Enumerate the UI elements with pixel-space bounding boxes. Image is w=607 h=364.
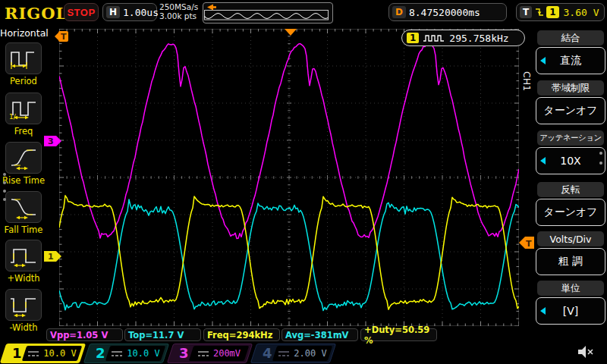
measurement-text: +Duty=50.59 % <box>364 325 436 346</box>
dc-coupling-icon <box>278 350 290 357</box>
minus-width-icon <box>5 289 42 321</box>
memory-waveform-icon <box>203 3 331 21</box>
rigol-logo: RIGOL <box>5 4 68 23</box>
trigger-level-value: 3.60 V <box>564 7 599 18</box>
svg-text:1/: 1/ <box>9 113 17 121</box>
trigger-box[interactable]: T 1 3.60 V <box>516 3 605 21</box>
coupling-label: 結合 <box>537 30 604 46</box>
run-state-button[interactable]: STOP <box>64 3 99 21</box>
dc-coupling-icon <box>197 350 209 357</box>
measurement-avg[interactable]: Avg=-381mV <box>281 328 358 341</box>
measurement-freq[interactable]: Freq=294kHz <box>203 328 280 341</box>
freq-icon: 1/ <box>5 93 42 124</box>
left-arrow-icon <box>540 157 546 165</box>
menu-item-minus-width[interactable]: -Width <box>0 289 47 333</box>
left-arrow-icon <box>540 57 546 64</box>
channel-4-status[interactable]: 4 2.00 V <box>253 344 333 363</box>
counter-value: 295.758kHz <box>449 33 508 44</box>
rise-time-icon <box>5 142 42 174</box>
ch3-ground-marker: 3 <box>44 135 61 147</box>
attenuation-value: 10X <box>560 155 580 167</box>
svg-text:1: 1 <box>48 252 54 262</box>
svg-text:3: 3 <box>48 136 54 146</box>
measurement-text: Top=11.7 V <box>128 330 184 340</box>
menu-item-label: +Width <box>0 273 47 284</box>
channel-scale: 2.00 V <box>294 348 326 359</box>
unit-label: 単位 <box>537 281 604 296</box>
attenuation-button[interactable]: 10X <box>536 147 605 174</box>
svg-text:T: T <box>61 32 67 42</box>
measurement-top[interactable]: Top=11.7 V <box>124 328 201 341</box>
dc-coupling-icon <box>27 350 39 357</box>
menu-group-coupling: 結合 直流 <box>535 30 607 77</box>
unit-button[interactable]: [V] <box>536 297 605 325</box>
memory-waveform-strip[interactable] <box>203 2 333 24</box>
menu-group-volts-div: Volts/Div 粗 調 <box>535 231 607 278</box>
menu-item-period[interactable]: Period <box>0 42 47 86</box>
channel-2-status[interactable]: 2 10.0 V <box>86 344 166 363</box>
volts-div-label: Volts/Div <box>537 231 604 246</box>
svg-text:T: T <box>526 239 532 249</box>
measurement-duty[interactable]: +Duty=50.59 % <box>360 328 437 341</box>
menu-item-label: Fall Time <box>0 224 47 235</box>
menu-item-label: Period <box>0 76 47 86</box>
channel-scale: 10.0 V <box>127 348 159 359</box>
unit-value: [V] <box>563 305 579 317</box>
timebase-value: 1.00us <box>123 7 159 18</box>
timebase-prefix: H <box>106 6 120 18</box>
menu-item-label: Freq <box>0 126 47 136</box>
run-state-label: STOP <box>67 7 95 18</box>
invert-button[interactable]: ターンオフ <box>536 199 605 226</box>
menu-item-rise-time[interactable]: Rise Time <box>0 142 47 186</box>
bandwidth-limit-label: 帯域制限 <box>537 80 604 96</box>
channel-number: 2 <box>96 345 105 361</box>
delay-box[interactable]: D 8.47520000ms <box>388 3 507 21</box>
ch1-ground-marker: 1 <box>44 250 61 262</box>
fall-time-icon <box>5 191 42 223</box>
menu-page-dots <box>599 152 602 165</box>
coupling-value: 直流 <box>560 54 581 67</box>
invert-value: ターンオフ <box>543 206 597 219</box>
menu-item-label: -Width <box>0 322 47 333</box>
measurement-text: Avg=-381mV <box>285 330 349 340</box>
acquisition-info: 250MSa/s 3.00k pts <box>159 2 198 20</box>
menu-group-unit: 単位 [V] <box>535 281 607 328</box>
plus-width-icon <box>5 240 42 271</box>
delay-prefix: D <box>392 6 406 18</box>
channel-number: 1 <box>12 345 22 361</box>
trigger-time-offscreen-marker: T <box>49 30 65 42</box>
menu-item-fall-time[interactable]: Fall Time <box>0 191 47 235</box>
volts-div-button[interactable]: 粗 調 <box>536 248 605 275</box>
active-channel-label: CH1 <box>521 71 533 91</box>
volts-div-value: 粗 調 <box>558 255 583 268</box>
counter-source-badge: 1 <box>407 33 419 43</box>
measurement-vpp[interactable]: Vpp=1.05 V <box>46 328 123 341</box>
waveform-display <box>59 29 519 326</box>
menu-group-invert: 反転 ターンオフ <box>535 182 607 229</box>
channel-number: 3 <box>179 345 189 361</box>
trigger-position-marker <box>285 29 297 36</box>
left-menu-title: Horizontal <box>0 27 47 39</box>
left-arrow-icon <box>540 307 546 315</box>
channel-settings-menu: 結合 直流 帯域制限 ターンオフ アッテネーション 10X 反転 ターンオフ V… <box>535 24 607 331</box>
channel-number: 4 <box>263 345 272 361</box>
period-icon <box>5 42 42 74</box>
channel-scale: 10.0 V <box>43 348 76 359</box>
coupling-button[interactable]: 直流 <box>536 47 605 74</box>
sample-rate: 250MSa/s <box>159 2 198 11</box>
invert-label: 反転 <box>537 182 604 197</box>
menu-item-label: Rise Time <box>0 175 47 186</box>
falling-edge-icon <box>535 7 544 17</box>
channel-3-status[interactable]: 3 200mV <box>170 344 250 363</box>
sound-muted-icon <box>577 345 595 359</box>
trigger-source-badge: 1 <box>546 6 558 18</box>
bandwidth-limit-button[interactable]: ターンオフ <box>536 97 605 124</box>
frequency-counter-badge: 1 295.758kHz <box>401 30 525 46</box>
menu-item-freq[interactable]: 1/ Freq <box>0 93 47 136</box>
menu-group-attenuation: アッテネーション 10X <box>535 130 607 177</box>
timebase-box[interactable]: H 1.00us <box>102 3 157 21</box>
menu-item-plus-width[interactable]: +Width <box>0 240 47 284</box>
channel-1-status[interactable]: 1 10.0 V <box>3 344 83 363</box>
measurement-text: Freq=294kHz <box>207 330 272 340</box>
menu-scroll-dots <box>3 173 6 201</box>
